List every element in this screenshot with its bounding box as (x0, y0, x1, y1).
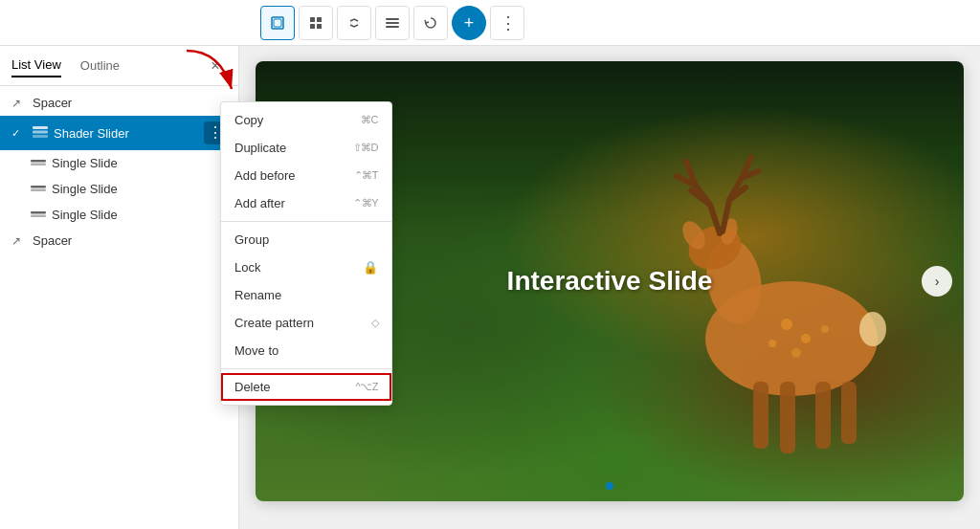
svg-rect-5 (310, 24, 315, 29)
svg-rect-7 (386, 18, 399, 20)
svg-point-28 (821, 325, 829, 333)
shader-slider-label: Shader Slider (54, 126, 198, 141)
menu-group[interactable]: Group (221, 226, 391, 253)
svg-rect-29 (753, 382, 768, 449)
sidebar-item-single-slide-2[interactable]: Single Slide (0, 176, 238, 202)
menu-copy[interactable]: Copy ⌘C (221, 106, 391, 134)
main-content: List View Outline × ↗ Spacer ✓ (0, 46, 980, 529)
group-label: Group (234, 232, 269, 247)
select-tool-button[interactable] (260, 6, 295, 40)
svg-rect-2 (274, 19, 281, 27)
spacer2-icon: ↗ (11, 234, 27, 248)
refresh-button[interactable] (413, 6, 448, 40)
slide-nav-right-button[interactable]: › (922, 266, 952, 297)
add-after-label: Add after (234, 196, 285, 210)
copy-label: Copy (234, 113, 263, 127)
create-pattern-shortcut: ◇ (371, 317, 379, 329)
menu-delete[interactable]: Delete ^⌥Z (221, 373, 391, 401)
copy-shortcut: ⌘C (361, 114, 378, 126)
svg-point-33 (859, 312, 886, 346)
grid-button[interactable] (299, 6, 333, 40)
svg-rect-18 (31, 214, 46, 217)
slide-dot-1[interactable] (606, 482, 613, 490)
slide-dots (606, 482, 613, 490)
align-button[interactable] (375, 6, 410, 40)
svg-rect-17 (31, 211, 46, 214)
sidebar-item-single-slide-1[interactable]: Single Slide (0, 150, 238, 176)
single-slide-3-icon (31, 209, 46, 222)
single-slide-2-label: Single Slide (52, 182, 227, 196)
duplicate-shortcut: ⇧⌘D (353, 142, 378, 154)
svg-rect-12 (33, 135, 48, 138)
context-menu: Copy ⌘C Duplicate ⇧⌘D Add before ⌃⌘T Add… (220, 101, 392, 406)
add-after-shortcut: ⌃⌘Y (353, 197, 378, 209)
refresh-icon (424, 16, 437, 30)
single-slide-3-label: Single Slide (52, 208, 227, 222)
svg-point-26 (768, 340, 776, 347)
svg-rect-14 (31, 163, 46, 165)
ellipsis-icon: ⋮ (500, 12, 516, 33)
svg-rect-15 (31, 186, 46, 188)
sidebar-item-single-slide-3[interactable]: Single Slide (0, 202, 238, 228)
menu-duplicate[interactable]: Duplicate ⇧⌘D (221, 134, 391, 162)
svg-point-27 (791, 348, 801, 358)
delete-label: Delete (234, 380, 271, 394)
svg-point-24 (781, 319, 792, 330)
svg-rect-9 (386, 26, 399, 28)
check-icon: ✓ (11, 127, 27, 140)
add-button[interactable]: + (452, 6, 486, 40)
spacer1-label: Spacer (33, 96, 227, 110)
plus-icon: + (464, 14, 475, 32)
svg-rect-32 (841, 382, 857, 444)
sidebar: List View Outline × ↗ Spacer ✓ (0, 46, 239, 529)
shader-slider-icon (33, 126, 48, 141)
single-slide-2-icon (31, 183, 46, 196)
svg-rect-6 (317, 24, 322, 29)
menu-rename[interactable]: Rename (221, 281, 391, 309)
chevron-icon (348, 17, 360, 29)
menu-lock[interactable]: Lock 🔒 (221, 253, 391, 281)
sidebar-header: List View Outline × (0, 46, 238, 86)
menu-move-to[interactable]: Move to (221, 337, 391, 364)
menu-add-before[interactable]: Add before ⌃⌘T (221, 162, 391, 189)
menu-divider-1 (221, 221, 391, 222)
single-slide-1-icon (31, 157, 46, 170)
delete-shortcut: ^⌥Z (356, 381, 378, 393)
grid-icon (310, 17, 322, 29)
sidebar-list: ↗ Spacer ✓ Shader Slider ⋮ (0, 86, 238, 529)
add-before-shortcut: ⌃⌘T (354, 169, 378, 182)
svg-point-25 (801, 334, 811, 343)
svg-rect-4 (317, 17, 322, 22)
create-pattern-label: Create pattern (234, 316, 314, 330)
tab-list-view[interactable]: List View (11, 54, 61, 77)
move-to-label: Move to (234, 343, 278, 358)
add-before-label: Add before (234, 168, 296, 183)
sidebar-item-spacer1[interactable]: ↗ Spacer (0, 90, 238, 116)
lock-label: Lock (234, 260, 260, 275)
spacer2-label: Spacer (33, 233, 227, 248)
more-options-button[interactable]: ⋮ (490, 6, 524, 40)
svg-rect-10 (33, 126, 48, 129)
sidebar-item-shader-slider[interactable]: ✓ Shader Slider ⋮ (0, 116, 238, 150)
svg-rect-31 (815, 382, 831, 449)
tab-outline[interactable]: Outline (80, 55, 120, 77)
lock-icon: 🔒 (363, 260, 378, 275)
chevron-button[interactable] (337, 6, 371, 40)
svg-rect-3 (310, 17, 315, 22)
svg-rect-16 (31, 188, 46, 191)
menu-create-pattern[interactable]: Create pattern ◇ (221, 309, 391, 337)
select-icon (271, 16, 284, 30)
menu-add-after[interactable]: Add after ⌃⌘Y (221, 189, 391, 217)
svg-rect-13 (31, 160, 46, 163)
menu-divider-2 (221, 368, 391, 369)
duplicate-label: Duplicate (234, 141, 286, 155)
spacer-icon: ↗ (11, 97, 27, 110)
svg-rect-11 (33, 130, 48, 133)
svg-rect-30 (780, 382, 795, 453)
sidebar-item-spacer2[interactable]: ↗ Spacer (0, 228, 238, 253)
single-slide-1-label: Single Slide (52, 156, 227, 170)
close-sidebar-button[interactable]: × (204, 55, 227, 77)
rename-label: Rename (234, 288, 281, 302)
svg-rect-8 (386, 22, 399, 24)
align-icon (386, 17, 399, 29)
